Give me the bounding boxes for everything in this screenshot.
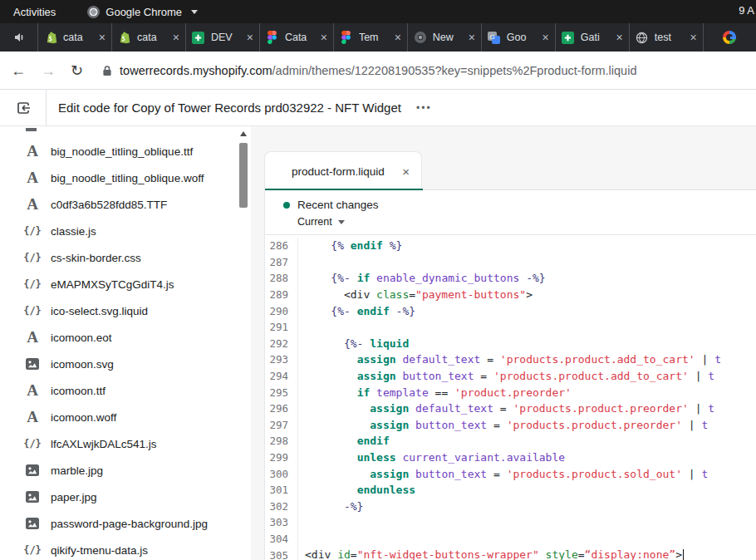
file-item[interactable]: icomoon.svg [0, 351, 251, 377]
image-file-icon [26, 464, 39, 476]
sheets-icon [192, 32, 204, 44]
code-line[interactable]: 291 [265, 319, 756, 336]
page-header: Edit code for Copy of Tower Records prd0… [0, 90, 756, 126]
code-line[interactable]: 301 endunless [265, 482, 756, 499]
browser-tab[interactable]: New× [408, 23, 482, 52]
close-icon[interactable]: × [402, 165, 410, 179]
browser-tab[interactable]: Tem× [334, 23, 408, 52]
close-icon[interactable]: × [173, 32, 179, 43]
back-button[interactable]: ← [3, 60, 33, 81]
reload-button[interactable]: ↻ [63, 60, 91, 81]
file-sidebar: Abig_noodle_titling_oblique.ttfAbig_nood… [0, 126, 251, 560]
code-line[interactable]: 297 assign button_text = 'products.produ… [265, 417, 756, 434]
browser-tab[interactable]: Cata× [260, 23, 334, 52]
file-item[interactable]: paper.jpg [0, 484, 251, 510]
more-actions-button[interactable]: ••• [416, 102, 432, 114]
browser-tab[interactable]: Gati× [556, 23, 630, 52]
close-icon[interactable]: × [247, 32, 253, 43]
code-line[interactable]: 292 {%- liquid [265, 336, 756, 352]
browser-tab[interactable]: cata× [112, 23, 186, 52]
file-item[interactable]: {/}qikify-tmenu-data.js [0, 537, 251, 560]
code-line[interactable]: 293 assign default_text = 'products.prod… [265, 351, 756, 368]
file-item[interactable]: Ac0df3a6b528fdd85.TTF [0, 191, 251, 218]
chevron-down-icon [191, 10, 198, 14]
recent-changes-label: Recent changes [297, 199, 379, 211]
code-line[interactable]: 298 endif [265, 433, 756, 449]
line-number: 290 [265, 302, 298, 319]
file-item[interactable]: {/}classie.js [0, 218, 251, 244]
address-bar[interactable]: towerrecords.myshopify.com/admin/themes/… [102, 64, 756, 77]
file-item[interactable]: {/}ico-select.svg.liquid [0, 297, 251, 324]
line-number: 293 [265, 351, 298, 368]
file-item[interactable]: Aicomoon.woff [0, 404, 251, 430]
code-line[interactable]: 287 [265, 254, 756, 271]
file-item[interactable]: Abig_noodle_titling_oblique.ttf [0, 138, 251, 165]
google-g-icon [723, 31, 736, 44]
code-line[interactable]: 300 assign button_text = 'products.produ… [265, 465, 756, 482]
code-line[interactable]: 299 unless current_variant.available [265, 449, 756, 466]
close-icon[interactable]: × [616, 32, 623, 43]
close-icon[interactable]: × [395, 32, 401, 43]
code-line[interactable]: 296 assign default_text = 'products.prod… [265, 400, 756, 417]
code-line[interactable]: 294 assign button_text = 'products.produ… [265, 368, 756, 385]
code-line[interactable]: 304 [265, 531, 756, 548]
font-file-icon: A [27, 195, 38, 214]
close-icon[interactable]: × [99, 32, 106, 43]
font-file-icon: A [27, 142, 38, 160]
scroll-up-icon[interactable] [240, 131, 247, 136]
file-item[interactable]: marble.jpg [0, 457, 251, 484]
code-file-icon: {/} [23, 305, 42, 317]
file-item[interactable]: Abig_noodle_titling_oblique.woff [0, 165, 251, 191]
url-text[interactable]: towerrecords.myshopify.com/admin/themes/… [120, 64, 636, 77]
code-line[interactable]: 295 if template == 'product.preorder' [265, 384, 756, 400]
lock-icon [102, 65, 112, 76]
file-item[interactable]: {/}eMAPMXSyTCgGdiT4.js [0, 271, 251, 297]
close-icon[interactable]: × [321, 32, 327, 43]
code-editor[interactable]: 286 {% endif %}287288 {%- if enable_dyna… [265, 236, 756, 560]
scrollbar-thumb[interactable] [239, 143, 248, 208]
close-icon[interactable]: × [690, 32, 697, 43]
tab-label: DEV [211, 32, 241, 43]
tab-strip: cata×cata×DEV×Cata×Tem×New×GGoo×Gati×tes… [0, 23, 756, 52]
file-item[interactable]: Aicomoon.ttf [0, 377, 251, 404]
exit-icon [15, 100, 32, 116]
code-line[interactable]: 303 [265, 514, 756, 531]
code-line[interactable]: 289 <div class="payment-buttons"> [265, 287, 756, 303]
text-cursor [683, 549, 685, 560]
file-item[interactable]: password-page-background.jpg [0, 510, 251, 537]
code-line[interactable]: 302 -%} [265, 499, 756, 515]
shopify-icon [118, 31, 130, 44]
file-name: ico-select.svg.liquid [51, 305, 148, 317]
code-line[interactable]: 288 {%- if enable_dynamic_buttons -%} [265, 270, 756, 287]
file-item[interactable]: {/}lfcAXLwjkDALc541.js [0, 430, 251, 457]
line-number: 305 [265, 547, 298, 560]
browser-tab[interactable]: GGoo× [482, 23, 556, 52]
code-line[interactable]: 286 {% endif %} [265, 238, 756, 254]
file-item[interactable]: Aicomoon.eot [0, 324, 251, 351]
version-dropdown[interactable]: Current [297, 216, 756, 228]
file-name: classie.js [51, 225, 96, 238]
activities-button[interactable]: Activities [8, 6, 61, 18]
app-menu-label: Google Chrome [106, 6, 182, 18]
code-line[interactable]: 290 {%- endif -%} [265, 302, 756, 319]
browser-tab[interactable]: test× [630, 23, 704, 52]
line-number: 302 [265, 499, 298, 515]
line-number: 288 [265, 270, 298, 287]
close-icon[interactable]: × [542, 32, 549, 43]
font-file-icon: A [27, 408, 38, 426]
close-icon[interactable]: × [469, 32, 475, 43]
image-file-icon [26, 518, 39, 529]
code-line[interactable]: 305<div id="nft-widget-buttons-wrapper" … [265, 547, 756, 560]
app-menu[interactable]: Google Chrome [87, 6, 198, 18]
sidebar-scrollbar[interactable] [238, 131, 248, 557]
file-item[interactable]: {/}cs-skin-border.css [0, 244, 251, 271]
editor-file-tab[interactable]: product-form.liquid × [264, 151, 422, 190]
browser-tab[interactable]: cata× [38, 23, 112, 52]
line-number: 304 [265, 531, 298, 548]
system-top-bar: Activities Google Chrome 9 A [0, 0, 756, 23]
forward-button[interactable]: → [33, 60, 63, 81]
speaker-icon [13, 32, 25, 43]
exit-code-editor-button[interactable] [0, 90, 47, 125]
browser-tab[interactable]: DEV× [186, 23, 260, 52]
browser-tab[interactable] [704, 23, 756, 52]
